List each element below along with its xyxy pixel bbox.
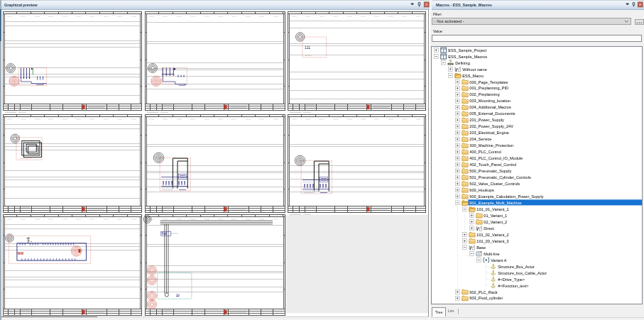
svg-text:f: f — [477, 226, 479, 231]
svg-text:004_Additional_Macros: 004_Additional_Macros — [469, 105, 511, 109]
svg-text:901_Example_Multi_Machine: 901_Example_Multi_Machine — [469, 200, 521, 204]
svg-text:#<Function_text>: #<Function_text> — [498, 283, 528, 287]
svg-text:202_Power_Supply_24V: 202_Power_Supply_24V — [469, 124, 513, 128]
svg-text:902_PLC_Rack: 902_PLC_Rack — [469, 289, 497, 294]
svg-text:NW: NW — [18, 251, 24, 255]
svg-text:#<Drive_Type>: #<Drive_Type> — [498, 277, 525, 281]
svg-text:903_Fluid_cylinder: 903_Fluid_cylinder — [469, 296, 503, 300]
svg-text:203_Electrical_Engine: 203_Electrical_Engine — [469, 131, 509, 135]
svg-text:f: f — [456, 66, 458, 72]
svg-text:001_Preplanning_PID: 001_Preplanning_PID — [469, 86, 508, 90]
svg-text:101_03_Variant_3: 101_03_Variant_3 — [476, 238, 508, 243]
svg-text:000_Page_Templates: 000_Page_Templates — [469, 79, 508, 84]
svg-text:Multi-line: Multi-line — [484, 251, 499, 255]
svg-text:ESS_Macro: ESS_Macro — [462, 73, 484, 77]
svg-text:101_01_Variant_1: 101_01_Variant_1 — [476, 206, 508, 211]
svg-text:501_Pneumatic_Cylinder_Control: 501_Pneumatic_Cylinder_Controls — [469, 175, 531, 180]
svg-text:ESS_Sample_Project: ESS_Sample_Project — [448, 48, 486, 52]
svg-text:101_02_Variant_2: 101_02_Variant_2 — [476, 232, 508, 236]
svg-text:204_Service: 204_Service — [469, 137, 491, 141]
svg-text:Structure_box_Cable_Actor: Structure_box_Cable_Actor — [498, 270, 547, 275]
svg-text:f: f — [470, 245, 472, 250]
svg-text:002_Preplanning: 002_Preplanning — [469, 92, 499, 96]
svg-text:Rail: Rail — [162, 232, 168, 236]
svg-text:Direct: Direct — [484, 226, 494, 230]
svg-text:401_PLC_Control_IO_Module: 401_PLC_Control_IO_Module — [469, 156, 523, 160]
svg-text:201_Power_Supply: 201_Power_Supply — [469, 118, 504, 122]
svg-text:02_Variant_2: 02_Variant_2 — [484, 219, 507, 224]
svg-text:Structure_Box_Actor: Structure_Box_Actor — [498, 264, 535, 268]
svg-text:Defining: Defining — [455, 60, 470, 65]
svg-text:600_Hookups: 600_Hookups — [469, 187, 494, 192]
svg-text:Base: Base — [476, 245, 486, 249]
svg-text:Without name: Without name — [462, 67, 487, 71]
svg-text:005_External_Documents: 005_External_Documents — [469, 111, 515, 116]
svg-text:400_PLC_Control: 400_PLC_Control — [469, 150, 501, 154]
svg-text:402_Touch_Panel_Control: 402_Touch_Panel_Control — [469, 162, 516, 167]
svg-text:Variant A: Variant A — [491, 258, 507, 262]
svg-text:003_Mounting_location: 003_Mounting_location — [469, 99, 511, 103]
svg-text:300_Machine_Protection: 300_Machine_Protection — [469, 143, 513, 148]
svg-text:ESS_Sample_Macros: ESS_Sample_Macros — [448, 54, 487, 58]
svg-text:01_Variant_1: 01_Variant_1 — [484, 213, 507, 217]
svg-text:900_Example_Calculation_Power_: 900_Example_Calculation_Power_Supply — [469, 194, 543, 198]
svg-text:502_Valve_Cluster_Controls: 502_Valve_Cluster_Controls — [469, 182, 520, 186]
svg-text:111: 111 — [305, 45, 310, 50]
svg-text:500_Pneumatic_Supply: 500_Pneumatic_Supply — [469, 169, 511, 173]
